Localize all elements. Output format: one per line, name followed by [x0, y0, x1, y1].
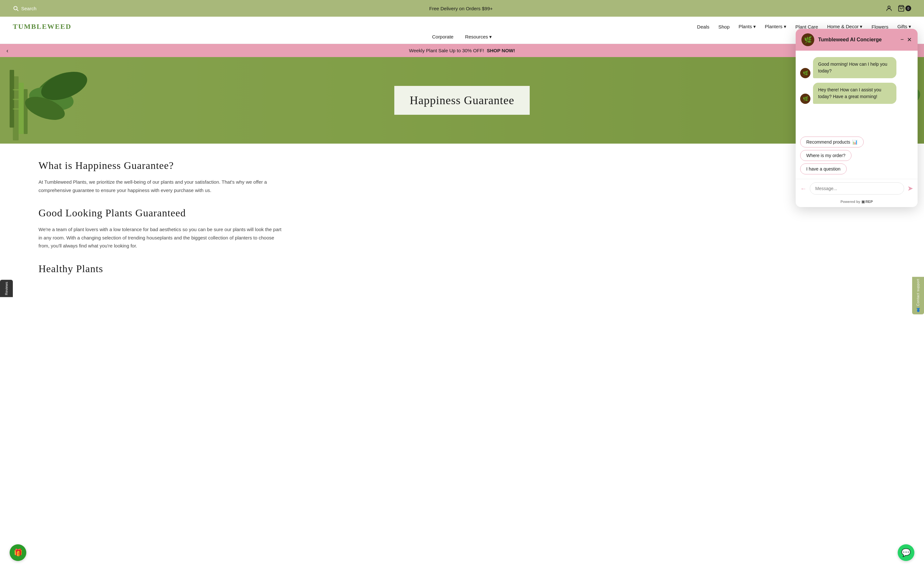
section3-title: Healthy Plants — [39, 263, 282, 275]
contact-support-label: Contact support — [916, 279, 920, 297]
suggest-recommend-emoji: 📊 — [852, 139, 858, 145]
cart-button[interactable]: 0 — [898, 5, 911, 12]
section2-title: Good Looking Plants Guaranteed — [39, 207, 282, 219]
contact-support-tab[interactable]: 👤 Contact support — [912, 277, 924, 297]
nav-row-2: Corporate Resources ▾ — [13, 34, 911, 44]
chat-brand: ▣ REP — [861, 200, 873, 203]
navigation: TUMBLEWEED Deals Shop Plants ▾ Planters … — [0, 17, 924, 44]
search-label: Search — [21, 6, 37, 11]
chat-input-row: ← ➤ — [796, 179, 918, 198]
nav-shop[interactable]: Shop — [718, 24, 730, 29]
suggest-order-label: Where is my order? — [806, 153, 845, 158]
svg-rect-8 — [13, 89, 19, 90]
hero-title: Happiness Guarantee — [410, 93, 514, 107]
promo-banner: ‹ Weekly Plant Sale Up to 30% OFF! SHOP … — [0, 44, 924, 57]
nav-planters[interactable]: Planters ▾ — [765, 24, 787, 29]
svg-rect-7 — [24, 89, 27, 134]
chat-powered-by: Powered by — [841, 200, 861, 203]
suggest-recommend-products[interactable]: Recommend products 📊 — [800, 137, 864, 147]
chat-bubble-2: Hey there! How can I assist you today? H… — [813, 83, 897, 104]
nav-plants[interactable]: Plants ▾ — [738, 24, 756, 29]
chat-back-button[interactable]: ← — [800, 185, 806, 192]
chat-bubble-1: Good morning! How can I help you today? — [813, 57, 897, 78]
nav-deals[interactable]: Deals — [697, 24, 709, 29]
nav-flowers[interactable]: Flowers — [871, 24, 888, 29]
suggest-question[interactable]: I have a question — [800, 163, 846, 174]
chat-message-1: 🌿 Good morning! How can I help you today… — [800, 57, 913, 78]
promo-banner-text: Weekly Plant Sale Up to 30% OFF! — [409, 48, 484, 53]
promo-banner-link[interactable]: SHOP NOW! — [487, 48, 515, 53]
suggest-recommend-label: Recommend products — [806, 139, 850, 145]
nav-plant-care[interactable]: Plant Care — [795, 24, 818, 29]
chat-message-input[interactable] — [810, 182, 904, 195]
svg-rect-10 — [13, 108, 19, 110]
search-button[interactable]: Search — [13, 5, 37, 11]
chat-suggestions: Recommend products 📊 Where is my order? … — [796, 134, 918, 179]
nav-resources[interactable]: Resources ▾ — [465, 34, 492, 40]
svg-point-2 — [888, 6, 890, 8]
svg-rect-9 — [13, 99, 19, 100]
top-bar-icons: 0 — [885, 5, 911, 12]
promo-text: Free Delivery on Orders $99+ — [37, 6, 885, 11]
search-icon — [13, 5, 19, 11]
logo[interactable]: TUMBLEWEED — [13, 23, 71, 31]
section2-body: We're a team of plant lovers with a low … — [39, 226, 282, 250]
hero-section: Happiness Guarantee — [0, 57, 924, 143]
banner-prev-arrow[interactable]: ‹ — [6, 47, 8, 54]
main-content: What is Happiness Guarantee? At Tumblewe… — [0, 143, 321, 297]
chat-footer: Powered by ▣ REP — [796, 198, 918, 207]
hero-plant-left — [0, 57, 96, 143]
chat-header: 🌿 Tumbleweed AI Concierge − ✕ — [796, 29, 918, 51]
chat-widget: 🌿 Tumbleweed AI Concierge − ✕ 🌿 Good mor… — [796, 29, 918, 207]
svg-rect-6 — [19, 83, 24, 134]
chat-minimize-button[interactable]: − — [900, 36, 904, 43]
svg-line-1 — [17, 9, 18, 11]
chat-close-button[interactable]: ✕ — [907, 36, 912, 43]
cart-count: 0 — [905, 5, 911, 11]
chat-msg-avatar-1: 🌿 — [800, 68, 811, 78]
reviews-sidebar-tab[interactable]: Reviews — [0, 280, 13, 297]
chat-bot-avatar: 🌿 — [801, 33, 814, 46]
reviews-tab-label: Reviews — [5, 282, 8, 295]
nav-row-1: TUMBLEWEED Deals Shop Plants ▾ Planters … — [13, 17, 911, 34]
nav-corporate[interactable]: Corporate — [432, 34, 454, 40]
page-body: What is Happiness Guarantee? At Tumblewe… — [0, 143, 924, 297]
chat-message-2: 🌿 Hey there! How can I assist you today?… — [800, 83, 913, 104]
cart-icon — [898, 5, 905, 12]
chat-messages: 🌿 Good morning! How can I help you today… — [796, 51, 918, 134]
chat-msg-avatar-2: 🌿 — [800, 93, 811, 104]
chat-title: Tumbleweed AI Concierge — [818, 37, 897, 43]
top-bar: Search Free Delivery on Orders $99+ 0 — [0, 0, 924, 17]
section1-body: At Tumbleweed Plants, we prioritize the … — [39, 178, 282, 194]
hero-title-box: Happiness Guarantee — [394, 86, 530, 115]
section1-title: What is Happiness Guarantee? — [39, 160, 282, 171]
user-icon[interactable] — [885, 5, 893, 12]
chat-header-buttons: − ✕ — [900, 36, 912, 43]
suggest-question-label: I have a question — [806, 166, 841, 171]
suggest-order-status[interactable]: Where is my order? — [800, 150, 851, 161]
chat-send-button[interactable]: ➤ — [907, 184, 913, 193]
